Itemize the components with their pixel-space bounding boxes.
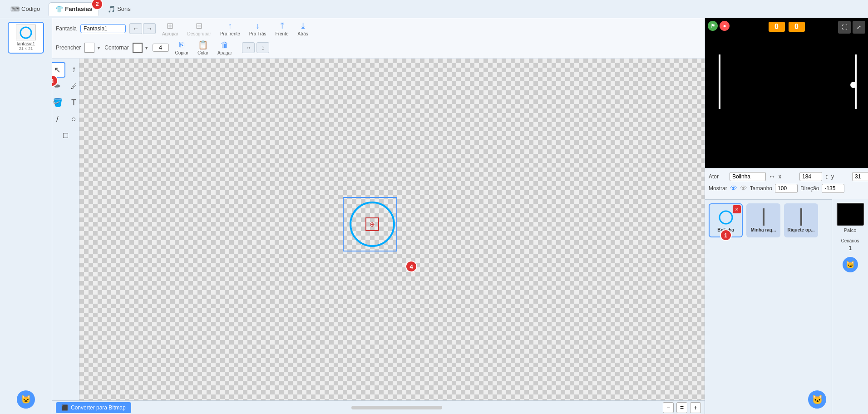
fantasy-name-input[interactable] (80, 24, 126, 33)
show-hidden-btn[interactable]: 👁 (740, 184, 747, 192)
x-input[interactable] (799, 172, 822, 181)
flip-h-btn[interactable]: ↔ (242, 42, 255, 53)
cenarios-count: 1 (848, 245, 852, 251)
tamanho-label: Tamanho (750, 185, 772, 192)
red-stop-btn[interactable]: ● (720, 21, 730, 31)
step-badge-4: 4 (405, 261, 417, 272)
actor-props: Ator ↔ x ↕ y Mostrar 👁 👁 Tamanho Direção (705, 168, 868, 199)
tools-panel: ↖ ⤴ ✏ 🖊 3 🪣 T / ○ (52, 59, 79, 400)
apagar-btn[interactable]: 🗑 Apagar (215, 39, 235, 56)
y-icon: ↕ (825, 172, 829, 181)
pra-frente-btn[interactable]: ↑ Pra frente (217, 20, 243, 37)
cenarios-label: Cenários (841, 238, 859, 243)
pra-frente-icon: ↑ (228, 21, 232, 31)
tamanho-input[interactable] (775, 184, 798, 193)
tab-fantasias-label: Fantasias (65, 5, 92, 12)
sprite-thumb-label: fantasia1 (17, 41, 35, 46)
pra-tras-btn[interactable]: ↓ Pra Trás (247, 20, 269, 37)
add-scenery-btn[interactable]: 🐱 (843, 257, 858, 272)
sprite-card-bolinha[interactable]: ✕ Bolinha 1 (709, 203, 743, 237)
direcao-input[interactable] (822, 184, 844, 193)
sprite-card-minha-raq[interactable]: Minha raq... (746, 203, 780, 237)
copiar-icon: ⎘ (179, 40, 184, 50)
colar-btn[interactable]: 📋 Colar (195, 39, 211, 56)
x-icon: ↔ (769, 172, 776, 181)
frente-btn[interactable]: ⤒ Frente (273, 20, 291, 37)
step-badge-1: 1 (720, 229, 732, 241)
right-sprites-area: ✕ Bolinha 1 (705, 199, 832, 414)
zoom-eq-btn[interactable]: = (676, 402, 687, 413)
right-bottom: ✕ Bolinha 1 (705, 199, 868, 414)
horizontal-scrollbar[interactable] (351, 406, 442, 409)
canvas-container: ↖ ⤴ ✏ 🖊 3 🪣 T / ○ (52, 59, 705, 400)
green-flag-btn[interactable]: ⚑ (708, 21, 718, 31)
flip-v-btn[interactable]: ↕ (256, 42, 269, 53)
codigo-icon: ⌨ (10, 5, 20, 13)
sprite-card-riquete[interactable]: Riquete op... (784, 203, 818, 237)
pra-frente-label: Pra frente (220, 31, 240, 36)
editor-area: Fantasia ← → ⊞ Agrupar ⊟ Desagrupar ↑ (52, 18, 705, 414)
redo-btn[interactable]: → (143, 23, 156, 34)
convert-icon: ⬛ (61, 404, 68, 411)
preencher-label: Preencher (56, 44, 81, 51)
stroke-width-input[interactable]: 4 (153, 44, 169, 52)
stage-controls: ⛶ ⤢ (838, 21, 865, 34)
line-tool-btn[interactable]: / (52, 111, 65, 127)
sprite-delete-bolinha[interactable]: ✕ (733, 205, 741, 213)
stage-label: Palco (844, 227, 857, 233)
svg-rect-2 (763, 208, 764, 226)
sprite-img-riquete (791, 208, 811, 227)
add-actor-btn[interactable]: 🐱 (808, 390, 826, 409)
sprite-label-minha-raq: Minha raq... (751, 227, 776, 232)
agrupar-label: Agrupar (162, 31, 178, 36)
add-sprite-btn[interactable]: 🐱 (17, 390, 35, 409)
actor-label: Ator (709, 173, 727, 180)
y-input[interactable] (852, 172, 868, 181)
agrupar-btn[interactable]: ⊞ Agrupar (159, 20, 181, 37)
canvas-bottom-bar: ⬛ Converter para Bitmap − = + (52, 400, 705, 414)
fill-swatch: ▼ (84, 43, 101, 53)
zoom-controls: − = + (663, 402, 701, 413)
show-visible-btn[interactable]: 👁 (730, 184, 737, 192)
score-left: 0 (769, 22, 785, 32)
desagrupar-icon: ⊟ (196, 21, 202, 31)
canvas-circle-container: ⊕ (347, 199, 397, 249)
stroke-arrow[interactable]: ▼ (144, 45, 149, 50)
tool-row-3: 🪣 T (52, 95, 82, 110)
fill-tool-btn[interactable]: 🪣 (52, 95, 65, 110)
desagrupar-btn[interactable]: ⊟ Desagrupar (185, 20, 214, 37)
tab-codigo[interactable]: ⌨ Código (4, 2, 47, 16)
actor-row-2: Mostrar 👁 👁 Tamanho Direção (709, 184, 864, 193)
atras-btn[interactable]: ⤓ Atrás (295, 20, 311, 37)
zoom-in-btn[interactable]: + (690, 402, 701, 413)
sprite-thumb-fantasia1[interactable]: fantasia1 21 × 21 (8, 22, 44, 54)
actor-row-1: Ator ↔ x ↕ y (709, 172, 864, 181)
stage-thumb[interactable] (837, 203, 864, 226)
atras-icon: ⤓ (300, 21, 306, 31)
sprites-row: ✕ Bolinha 1 (705, 199, 832, 241)
sprite-img-minha-raq (753, 208, 774, 227)
stage-fullscreen-btn[interactable]: ⤢ (853, 21, 865, 34)
tool-row-1: ↖ ⤴ (52, 62, 82, 78)
drawing-canvas[interactable]: ⊕ 4 (79, 59, 705, 400)
fantasy-label: Fantasia (56, 25, 77, 32)
tool-row-4: / ○ (52, 111, 82, 127)
tab-sons[interactable]: 🎵 Sons (101, 2, 138, 16)
stage-expand-btn[interactable]: ⛶ (838, 21, 851, 34)
undo-btn[interactable]: ← (129, 23, 142, 34)
score-area: 0 0 (769, 22, 805, 32)
copiar-btn[interactable]: ⎘ Copiar (173, 39, 191, 56)
tab-fantasias[interactable]: 👕 Fantasias 2 (49, 2, 99, 16)
desagrupar-label: Desagrupar (187, 31, 211, 36)
stroke-color-swatch[interactable] (133, 43, 143, 53)
fill-arrow[interactable]: ▼ (96, 45, 101, 50)
fill-color-swatch[interactable] (84, 43, 94, 53)
tool-row-2: ✏ 🖊 3 (52, 79, 82, 94)
direcao-label: Direção (800, 185, 819, 192)
convert-label: Converter para Bitmap (71, 404, 126, 411)
zoom-out-btn[interactable]: − (663, 402, 674, 413)
mostrar-label: Mostrar (709, 185, 727, 192)
actor-name-input[interactable] (730, 172, 766, 181)
convert-btn[interactable]: ⬛ Converter para Bitmap (56, 402, 131, 413)
rect-tool-btn[interactable]: □ (58, 128, 74, 143)
